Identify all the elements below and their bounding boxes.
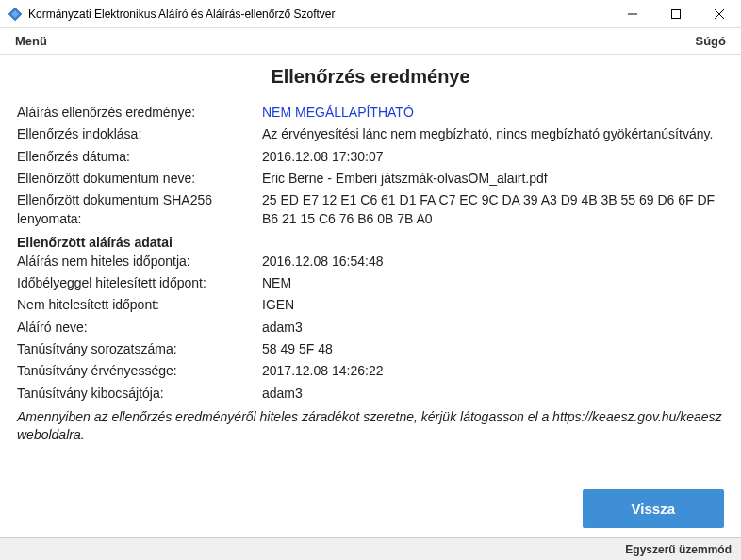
maximize-button[interactable]: [654, 0, 698, 28]
titlebar: Kormányzati Elektronikus Aláíró és Aláír…: [0, 0, 741, 28]
window-title: Kormányzati Elektronikus Aláíró és Aláír…: [28, 8, 611, 21]
statusbar: Egyszerű üzemmód: [0, 537, 741, 560]
row-timestamped: Időbélyeggel hitelesített időpont: NEM: [17, 273, 724, 292]
minimize-button[interactable]: [611, 0, 654, 28]
signer-label: Aláíró neve:: [17, 318, 262, 337]
cert-issuer-label: Tanúsítvány kibocsájtója:: [17, 384, 262, 403]
unauth-time-label: Aláírás nem hiteles időpontja:: [17, 252, 262, 271]
reason-label: Ellenőrzés indoklása:: [17, 124, 262, 143]
cert-validity-label: Tanúsítvány érvényessége:: [17, 361, 262, 380]
not-auth-time-value: IGEN: [262, 295, 724, 314]
check-date-label: Ellenőrzés dátuma:: [17, 147, 262, 166]
row-sha: Ellenőrzött dokumentum SHA256 lenyomata:…: [17, 190, 724, 229]
cert-issuer-value: adam3: [262, 384, 724, 403]
section-header-signature: Ellenőrzött aláírás adatai: [17, 235, 724, 250]
cert-serial-label: Tanúsítvány sorozatszáma:: [17, 339, 262, 358]
svg-rect-3: [672, 10, 681, 19]
row-doc-name: Ellenőrzött dokumentum neve: Eric Berne …: [17, 169, 724, 188]
not-auth-time-label: Nem hitelesített időpont:: [17, 295, 262, 314]
close-button[interactable]: [698, 0, 741, 28]
cert-validity-value: 2017.12.08 14:26:22: [262, 361, 724, 380]
help-button[interactable]: Súgó: [696, 34, 727, 48]
content-area: Ellenőrzés eredménye Aláírás ellenőrzés …: [0, 55, 741, 480]
signer-value: adam3: [262, 318, 724, 337]
sha-label: Ellenőrzött dokumentum SHA256 lenyomata:: [17, 190, 262, 229]
timestamped-value: NEM: [262, 273, 724, 292]
timestamped-label: Időbélyeggel hitelesített időpont:: [17, 273, 262, 292]
row-check-date: Ellenőrzés dátuma: 2016.12.08 17:30:07: [17, 147, 724, 166]
row-cert-issuer: Tanúsítvány kibocsájtója: adam3: [17, 384, 724, 403]
row-not-auth-time: Nem hitelesített időpont: IGEN: [17, 295, 724, 314]
footnote-text: Amennyiben az ellenőrzés eredményéről hi…: [17, 408, 724, 445]
doc-name-label: Ellenőrzött dokumentum neve:: [17, 169, 262, 188]
menubar: Menü Súgó: [0, 28, 741, 55]
back-button[interactable]: Vissza: [583, 489, 724, 528]
row-cert-validity: Tanúsítvány érvényessége: 2017.12.08 14:…: [17, 361, 724, 380]
button-bar: Vissza: [0, 480, 741, 537]
mode-label[interactable]: Egyszerű üzemmód: [625, 543, 732, 556]
doc-name-value: Eric Berne - Emberi játszmák-olvasOM_ala…: [262, 169, 724, 188]
check-date-value: 2016.12.08 17:30:07: [262, 147, 724, 166]
page-title: Ellenőrzés eredménye: [17, 66, 724, 88]
sha-value: 25 ED E7 12 E1 C6 61 D1 FA C7 EC 9C DA 3…: [262, 190, 724, 229]
row-reason: Ellenőrzés indoklása: Az érvényesítési l…: [17, 124, 724, 143]
reason-value: Az érvényesítési lánc nem megbízható, ni…: [262, 124, 724, 143]
row-signer: Aláíró neve: adam3: [17, 318, 724, 337]
row-cert-serial: Tanúsítvány sorozatszáma: 58 49 5F 48: [17, 339, 724, 358]
row-unauth-time: Aláírás nem hiteles időpontja: 2016.12.0…: [17, 252, 724, 271]
unauth-time-value: 2016.12.08 16:54:48: [262, 252, 724, 271]
app-icon: [8, 7, 23, 22]
menu-button[interactable]: Menü: [15, 34, 47, 48]
result-value: NEM MEGÁLLAPÍTHATÓ: [262, 103, 724, 122]
row-result: Aláírás ellenőrzés eredménye: NEM MEGÁLL…: [17, 103, 724, 122]
result-label: Aláírás ellenőrzés eredménye:: [17, 103, 262, 122]
window-controls: [611, 0, 741, 27]
cert-serial-value: 58 49 5F 48: [262, 339, 724, 358]
